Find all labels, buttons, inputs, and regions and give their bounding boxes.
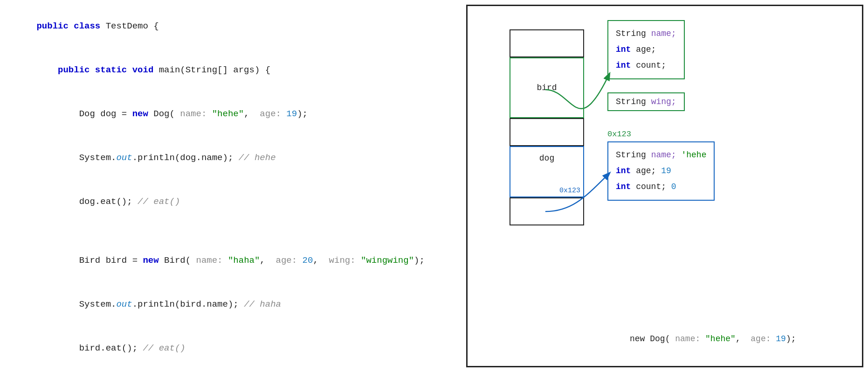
empty-cell-bottom [510, 197, 584, 225]
info-box-blue: String name; 'hehe int age; 19 int count… [607, 141, 715, 201]
dog-label: dog [539, 154, 554, 163]
addr-above-label: 0x123 [607, 130, 631, 139]
bird-constructor: Bird( [164, 255, 196, 266]
dog-decl: Dog dog = [36, 109, 132, 119]
param-name1: name: [180, 109, 212, 119]
code-line-2: public static void main(String[] args) { [5, 49, 457, 92]
dog-addr-label: 0x123 [559, 187, 580, 195]
code-line-1: public class TestDemo { [5, 5, 457, 49]
wing-field: wing; [651, 97, 676, 106]
comma4: , [736, 334, 751, 344]
comment-eat1: // eat() [138, 197, 180, 207]
code-line-3: Dog dog = new Dog( name: "hehe", age: 19… [5, 92, 457, 136]
blue-line1: String name; 'hehe [616, 147, 706, 163]
code-panel: public class TestDemo { public static vo… [0, 0, 466, 372]
str-haha: "haha" [228, 255, 260, 266]
param-wing: wing: [329, 255, 361, 266]
blue-line3: int count; 0 [616, 179, 706, 195]
int-kw2: int [616, 61, 636, 70]
kw-public2: public [36, 65, 95, 75]
bird-eat: bird.eat(); [36, 343, 143, 353]
param-age1: age: [260, 109, 286, 119]
main-signature: main(String[] args) { [159, 65, 270, 75]
val-19: 19 [661, 166, 671, 175]
name-field2: name; [651, 150, 682, 160]
bird-label: bird [537, 83, 557, 92]
println2: .println(bird.name); [132, 299, 244, 309]
wing-field-box: String wing; [607, 92, 685, 111]
name-field1: name; [651, 29, 676, 38]
param-name3: name: [675, 334, 705, 344]
comma1: , [244, 109, 260, 119]
kw-static: static [95, 65, 132, 75]
int-kw1: int [616, 45, 636, 54]
comma3: , [313, 255, 329, 266]
comment-haha: // haha [244, 299, 281, 309]
int-kw4: int [616, 182, 636, 191]
sysout1: System. [36, 153, 116, 163]
green-line3: int count; [616, 57, 676, 73]
kw-new2: new [143, 255, 164, 266]
age-field2: age; [636, 166, 661, 175]
kw-class: class [74, 21, 105, 31]
int-kw3: int [616, 166, 636, 175]
kw-public: public [36, 21, 74, 31]
num-20: 20 [303, 255, 313, 266]
count-field1: count; [636, 61, 666, 70]
string-kw1: String [616, 29, 651, 38]
str-wingwing: "wingwing" [361, 255, 414, 266]
paren3: ); [786, 334, 796, 344]
str-hehe: "hehe" [212, 109, 244, 119]
str-hehe2: "hehe" [705, 334, 736, 344]
code-line-4: System.out.println(dog.name); // hehe [5, 136, 457, 180]
new-dog-label: new Dog( name: "hehe", age: 19); [579, 325, 796, 353]
code-line-5: dog.eat(); // eat() [5, 180, 457, 224]
dog-constructor: Dog( [153, 109, 180, 119]
dog-eat: dog.eat(); [36, 197, 138, 207]
blue-line2: int age; 19 [616, 163, 706, 179]
sysout2: System. [36, 299, 116, 309]
age-field1: age; [636, 45, 656, 54]
comment-eat2: // eat() [143, 343, 185, 353]
paren1: ); [297, 109, 308, 119]
code-line-8: bird.eat(); // eat() [5, 327, 457, 371]
println1: .println(dog.name); [132, 153, 239, 163]
num-19b: 19 [776, 334, 786, 344]
paren2: ); [414, 255, 425, 266]
stack-area: bird dog 0x123 [510, 29, 584, 225]
empty-cell-top [510, 29, 584, 57]
empty-cell-mid [510, 118, 584, 146]
code-line-7: System.out.println(bird.name); // haha [5, 283, 457, 327]
green-line2: int age; [616, 42, 676, 57]
count-field2: count; [636, 182, 671, 191]
param-age3: age: [751, 334, 776, 344]
diagram-panel: bird dog 0x123 String name; int age; int… [466, 5, 863, 367]
kw-void: void [132, 65, 159, 75]
bird-decl: Bird bird = [36, 255, 143, 266]
classname-testdemo: TestDemo { [106, 21, 159, 31]
new-dog-text: new Dog( [610, 334, 675, 344]
code-line-6: Bird bird = new Bird( name: "haha", age:… [5, 239, 457, 283]
comment-hehe: // hehe [239, 153, 276, 163]
kw-new1: new [132, 109, 154, 119]
val-0: 0 [671, 182, 676, 191]
param-age2: age: [276, 255, 303, 266]
num-19: 19 [286, 109, 297, 119]
string-kw2: String [616, 97, 651, 106]
val-hehe: 'hehe [681, 150, 706, 160]
string-kw3: String [616, 150, 651, 160]
main-container: public class TestDemo { public static vo… [0, 0, 868, 372]
bird-stack-cell: bird [510, 57, 584, 118]
comma2: , [260, 255, 276, 266]
info-box-green: String name; int age; int count; [607, 20, 685, 79]
out-italic1: out [116, 153, 132, 163]
code-line-blank1 [5, 224, 457, 239]
dog-stack-cell: dog 0x123 [510, 146, 584, 197]
green-line1: String name; [616, 26, 676, 42]
code-line-9: bird.fly(); // haha fly() 20 [5, 371, 457, 372]
out-italic2: out [116, 299, 132, 309]
param-name2: name: [196, 255, 228, 266]
